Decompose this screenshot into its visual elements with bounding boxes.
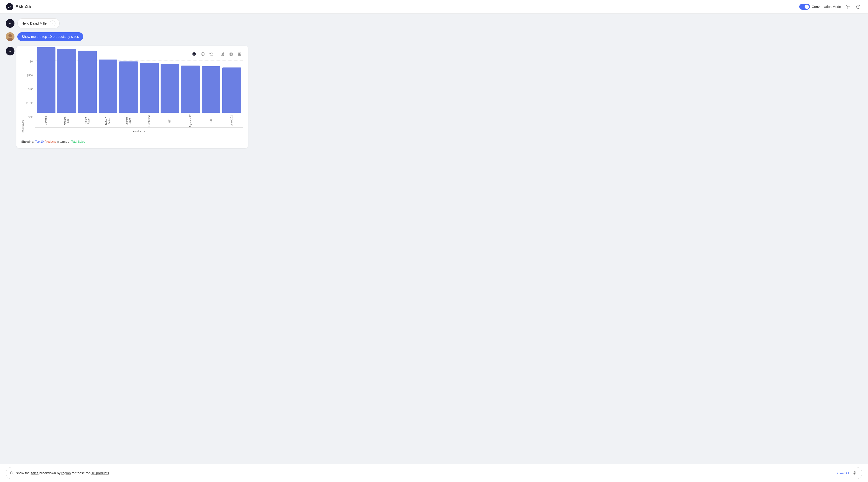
in-terms-of-text: in terms of [57,140,70,143]
user-message-text: Show me the top 10 products by sales [22,35,79,38]
search-bar: show the sales breakdown by region for t… [6,467,862,479]
bar-label: Range Rover [84,114,90,127]
save-button[interactable] [227,51,235,57]
svg-rect-15 [240,53,241,54]
app-header: ZA Ask Zia Conversation Mode [0,0,868,13]
settings-button[interactable] [844,3,851,10]
svg-text:ZA: ZA [193,54,194,55]
bar-group: BMW 3 Series [99,60,117,127]
user-avatar [6,32,14,41]
grid-view-button[interactable] [236,51,243,57]
bar-item[interactable] [99,60,117,113]
y-axis-labels: $2K $1.5K $1K $500 $0 [25,60,35,133]
bar-label: GTI [168,114,171,127]
svg-text:ZA: ZA [9,51,11,52]
bar-item[interactable] [181,66,200,113]
total-sales-label: Total Sales [71,140,85,143]
bar-group: Range Rover [78,51,97,127]
search-icon [10,471,14,475]
underlined-10products: 10 products [91,471,109,475]
zia-response-avatar: ZA [6,47,14,56]
bar-group: Toyota MR2 [181,66,200,127]
bar-item[interactable] [37,47,56,113]
bar-group: Corvette [37,47,56,127]
x-axis-label: Product [133,130,143,133]
products-label: Products [44,140,56,143]
bar-label: Toyota MR2 [189,114,192,127]
conversation-mode-label: Conversation Mode [812,5,841,9]
bar-group: Mazada 626 [57,49,76,127]
greeting-text: Hello David Miller [22,22,48,25]
save-icon [229,52,233,56]
y-label-4: $0 [25,60,33,63]
bar-item[interactable] [161,64,179,113]
search-input[interactable]: show the sales breakdown by region for t… [16,471,835,475]
user-message-row: Show me the top 10 products by sales [6,32,862,41]
info-button[interactable] [199,51,206,57]
header-right: Conversation Mode [799,3,862,10]
svg-text:ZA: ZA [9,23,11,24]
history-button[interactable] [208,51,215,57]
zia-greeting-row: ZA Hello David Miller ∨ [6,18,862,28]
bar-group: Express 3500 [119,61,138,127]
bar-label: BMW 3 Series [105,114,111,127]
y-axis-title: Total Sales [21,60,24,133]
bar-label: Volvo 2C2 [230,114,233,127]
y-label-1: $1.5K [25,102,33,105]
conversation-mode-toggle[interactable] [799,4,810,10]
showing-label: Showing: [21,140,34,143]
underlined-region: region [61,471,71,475]
underlined-sales: sales [31,471,38,475]
svg-text:ZA: ZA [8,5,11,8]
greeting-chevron-button[interactable]: ∨ [50,21,56,26]
bar-item[interactable] [57,49,76,113]
greeting-bubble: Hello David Miller ∨ [18,18,60,28]
microphone-button[interactable] [851,470,858,477]
chart-inner: CorvetteMazada 626Range RoverBMW 3 Serie… [35,60,243,133]
zia-response-row: ZA ZA [6,46,862,152]
chart-zia-button[interactable]: ZA [191,51,197,57]
svg-rect-16 [238,54,239,55]
x-axis-title: Product ∨ [35,130,243,133]
chevron-down-icon: ∨ [52,22,53,25]
grid-icon [238,52,242,56]
question-icon [856,5,861,9]
info-icon [201,52,205,56]
bar-group: R8 [202,66,221,127]
bar-item[interactable] [202,66,221,113]
bar-item[interactable] [78,51,97,113]
header-left: ZA Ask Zia [6,3,31,10]
bar-group: Volvo 2C2 [222,67,241,127]
svg-line-19 [12,474,13,475]
bar-item[interactable] [140,63,159,113]
top10-label: Top 10 [35,140,44,143]
clear-all-button[interactable]: Clear All [837,472,849,475]
y-label-3: $500 [25,74,33,77]
pencil-icon [221,52,224,56]
conversation-mode-toggle-container: Conversation Mode [799,4,841,10]
bar-item[interactable] [222,67,241,113]
bar-item[interactable] [119,61,138,113]
svg-point-6 [8,34,12,37]
svg-rect-14 [238,53,239,54]
gear-icon [845,5,850,9]
chat-area: ZA Hello David Miller ∨ Show me the top … [0,13,868,482]
x-axis-chevron-icon: ∨ [144,130,145,133]
edit-button[interactable] [219,51,226,57]
chart-footer: Showing: Top 10 Products in terms of Tot… [21,137,243,143]
toolbar-divider [217,52,217,56]
bar-group: Fleetwood [140,63,159,127]
help-button[interactable] [855,3,862,10]
search-bar-container: show the sales breakdown by region for t… [0,464,868,482]
svg-rect-17 [240,54,241,55]
bar-label: Corvette [44,114,48,127]
zia-chart-icon: ZA [192,52,196,56]
bar-label: Mazada 626 [64,114,69,127]
y-label-2: $1K [25,88,33,91]
bar-label: Express 3500 [126,114,131,127]
chart-card: ZA [17,46,248,148]
bar-group: GTI [161,64,179,127]
zia-avatar: ZA [6,19,14,28]
svg-point-18 [10,472,13,474]
history-icon [210,52,213,56]
